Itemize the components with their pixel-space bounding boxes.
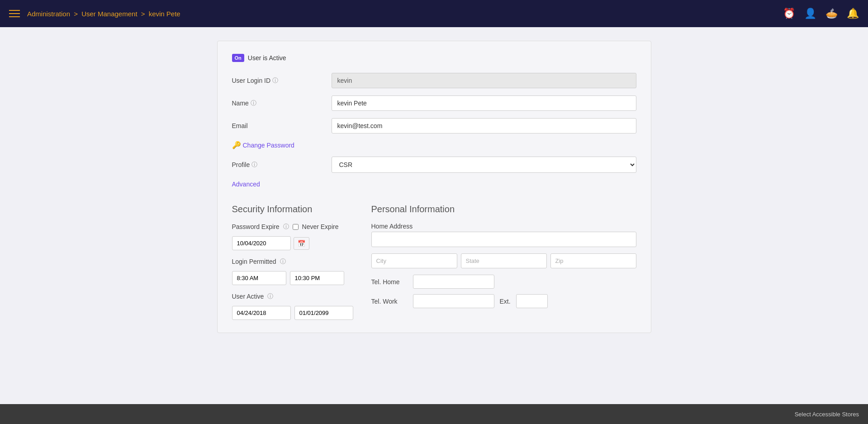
user-active-info-icon[interactable]: ⓘ: [267, 292, 273, 300]
login-permitted-row: Login Permitted ⓘ: [232, 257, 353, 266]
login-permitted-label: Login Permitted: [232, 258, 276, 265]
tel-home-row: Tel. Home: [371, 275, 636, 289]
header-left: Administration > User Management > kevin…: [9, 10, 180, 18]
security-section: Security Information Password Expire ⓘ N…: [232, 204, 353, 320]
breadcrumb-current: kevin Pete: [149, 10, 180, 18]
user-login-id-info-icon[interactable]: ⓘ: [272, 76, 278, 85]
advanced-link[interactable]: Advanced: [232, 181, 260, 188]
header-right: ⏰ 👤 🥧 🔔: [783, 8, 859, 19]
profile-select[interactable]: CSR: [332, 157, 636, 173]
user-active-row: User Active ⓘ: [232, 292, 353, 300]
clock-icon[interactable]: ⏰: [783, 8, 795, 19]
active-toggle-label: User is Active: [248, 54, 286, 62]
tel-work-row: Tel. Work Ext.: [371, 294, 636, 308]
home-address-label: Home Address: [371, 223, 636, 230]
change-password-link[interactable]: 🔑 Change Password: [232, 141, 636, 149]
breadcrumb: Administration > User Management > kevin…: [27, 10, 180, 18]
user-login-id-row: User Login ID ⓘ: [232, 73, 636, 88]
user-active-dates-row: [232, 306, 353, 320]
user-login-id-input[interactable]: [332, 73, 636, 88]
email-label: Email: [232, 122, 332, 129]
header: Administration > User Management > kevin…: [0, 0, 868, 27]
bell-icon[interactable]: 🔔: [847, 8, 859, 19]
tel-home-label: Tel. Home: [371, 278, 408, 286]
profile-row: Profile ⓘ CSR: [232, 157, 636, 173]
home-address-row: Home Address: [371, 223, 636, 247]
login-end-input[interactable]: [290, 271, 344, 285]
breadcrumb-part2[interactable]: User Management: [81, 10, 137, 18]
state-input[interactable]: [461, 253, 547, 268]
profile-info-icon[interactable]: ⓘ: [251, 161, 257, 169]
login-permitted-info-icon[interactable]: ⓘ: [280, 257, 286, 266]
tel-home-input[interactable]: [413, 275, 494, 289]
personal-title: Personal Information: [371, 204, 636, 214]
home-address-input[interactable]: [371, 232, 636, 247]
login-start-input[interactable]: [232, 271, 286, 285]
user-active-start-input[interactable]: [232, 306, 291, 320]
city-input[interactable]: [371, 253, 457, 268]
profile-label: Profile ⓘ: [232, 161, 332, 169]
key-icon: 🔑: [232, 141, 241, 149]
name-input[interactable]: [332, 95, 636, 111]
name-info-icon[interactable]: ⓘ: [251, 99, 256, 107]
name-row: Name ⓘ: [232, 95, 636, 111]
email-input[interactable]: [332, 118, 636, 133]
user-active-label: User Active: [232, 293, 264, 300]
password-expire-label: Password Expire: [232, 223, 280, 230]
toggle-row: On User is Active: [232, 54, 636, 62]
breadcrumb-sep2: >: [141, 10, 145, 18]
breadcrumb-part1[interactable]: Administration: [27, 10, 70, 18]
password-expire-info-icon[interactable]: ⓘ: [283, 223, 289, 231]
hamburger-menu[interactable]: [9, 10, 20, 17]
user-icon[interactable]: 👤: [804, 8, 816, 19]
security-title: Security Information: [232, 204, 353, 214]
tel-work-input[interactable]: [413, 294, 494, 308]
city-state-zip-row: [371, 253, 636, 268]
zip-input[interactable]: [550, 253, 636, 268]
password-expire-row: Password Expire ⓘ Never Expire: [232, 223, 353, 231]
name-label: Name ⓘ: [232, 99, 332, 107]
active-toggle[interactable]: On: [232, 54, 244, 62]
login-time-row: [232, 271, 353, 285]
main-content: On User is Active User Login ID ⓘ Name ⓘ…: [0, 27, 868, 404]
ext-label: Ext.: [500, 298, 511, 305]
advanced-row: Advanced: [232, 180, 636, 197]
never-expire-label: Never Expire: [302, 223, 339, 230]
user-active-end-input[interactable]: [294, 306, 353, 320]
two-col-section: Security Information Password Expire ⓘ N…: [232, 204, 636, 320]
calendar-button[interactable]: 📅: [294, 237, 309, 250]
tel-work-label: Tel. Work: [371, 298, 408, 305]
password-expire-date-row: 📅: [232, 236, 353, 250]
password-expire-date-input[interactable]: [232, 236, 291, 250]
footer-link[interactable]: Select Accessible Stores: [795, 411, 859, 418]
footer: Select Accessible Stores: [0, 404, 868, 424]
personal-section: Personal Information Home Address Tel. H…: [371, 204, 636, 320]
user-login-id-label: User Login ID ⓘ: [232, 76, 332, 85]
form-container: On User is Active User Login ID ⓘ Name ⓘ…: [217, 41, 651, 333]
email-row: Email: [232, 118, 636, 133]
chart-icon[interactable]: 🥧: [825, 8, 838, 19]
ext-input[interactable]: [516, 294, 548, 308]
breadcrumb-sep1: >: [74, 10, 78, 18]
never-expire-checkbox[interactable]: [293, 224, 299, 230]
change-password-row: 🔑 Change Password: [232, 141, 636, 149]
